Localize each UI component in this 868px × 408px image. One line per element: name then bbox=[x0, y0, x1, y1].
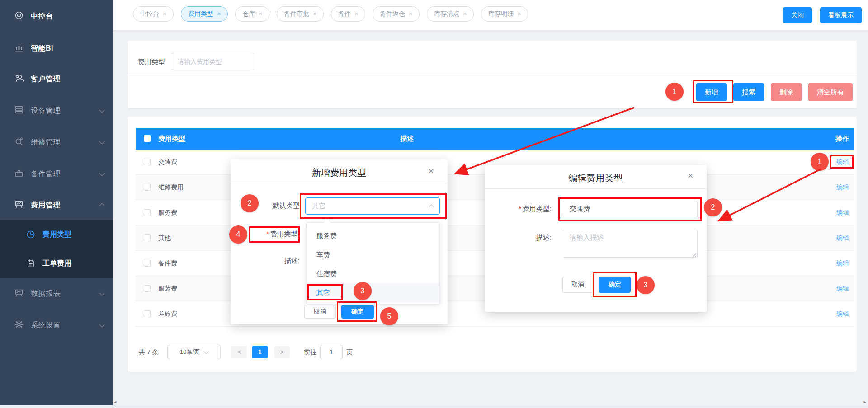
row-checkbox[interactable] bbox=[144, 234, 151, 241]
bar-chart-icon bbox=[14, 43, 24, 54]
select-value: 其它 bbox=[312, 202, 326, 211]
sidebar-item-devices[interactable]: 设备管理 bbox=[0, 99, 113, 122]
filter-divider bbox=[128, 75, 857, 75]
expense-type-filter-input[interactable] bbox=[171, 53, 254, 70]
sidebar-item-label: 费用类型 bbox=[42, 230, 71, 239]
report-board-icon bbox=[14, 288, 24, 299]
close-icon[interactable]: × bbox=[259, 11, 262, 17]
tab-label: 仓库 bbox=[242, 10, 255, 18]
tab-spare-return[interactable]: 备件返仓 × bbox=[373, 6, 420, 22]
page-size-select[interactable]: 10条/页 bbox=[167, 345, 221, 359]
sidebar-item-spares[interactable]: 备件管理 bbox=[0, 163, 113, 185]
tab-console[interactable]: 中控台 × bbox=[133, 6, 174, 22]
row-checkbox[interactable] bbox=[144, 260, 151, 267]
sidebar-item-reports[interactable]: 数据报表 bbox=[0, 282, 113, 305]
close-icon[interactable]: × bbox=[688, 171, 693, 181]
edit-link[interactable]: 编辑 bbox=[836, 234, 849, 242]
close-icon[interactable]: × bbox=[217, 11, 221, 17]
chevron-down-icon bbox=[99, 322, 105, 328]
gear-icon bbox=[14, 320, 24, 331]
option-car-fee[interactable]: 车费 bbox=[307, 245, 439, 264]
edit-link[interactable]: 编辑 bbox=[836, 285, 849, 293]
horizontal-scrollbar[interactable]: ◂ ▸ bbox=[113, 399, 868, 405]
current-page[interactable]: 1 bbox=[252, 346, 268, 358]
delete-button[interactable]: 删除 bbox=[771, 83, 802, 101]
expense-type-input[interactable] bbox=[563, 201, 698, 217]
tab-label: 备件审批 bbox=[284, 10, 309, 18]
modal-title: 新增费用类型 bbox=[231, 167, 448, 179]
users-icon bbox=[14, 74, 24, 84]
close-icon[interactable]: × bbox=[163, 11, 166, 17]
sidebar-item-label: 客户管理 bbox=[31, 75, 61, 84]
close-tabs-button[interactable]: 关闭 bbox=[783, 7, 812, 23]
expense-type-label: *费用类型: bbox=[497, 205, 552, 213]
add-button[interactable]: 新增 bbox=[696, 83, 727, 101]
default-type-label: 默认类型 bbox=[253, 202, 300, 210]
next-page-button[interactable]: > bbox=[274, 346, 290, 358]
sidebar-item-console[interactable]: 中控台 bbox=[0, 5, 113, 28]
chevron-down-icon bbox=[99, 170, 105, 176]
close-icon[interactable]: × bbox=[409, 11, 412, 17]
header-actions: 关闭 看板展示 bbox=[783, 7, 862, 23]
row-checkbox[interactable] bbox=[144, 209, 151, 216]
confirm-button[interactable]: 确定 bbox=[341, 305, 374, 319]
resize-handle-icon[interactable] bbox=[692, 251, 697, 259]
magnifier-icon bbox=[14, 137, 24, 148]
close-icon[interactable]: × bbox=[428, 166, 434, 176]
sidebar-item-workorder-expense[interactable]: 工单费用 bbox=[0, 249, 113, 278]
close-icon[interactable]: × bbox=[313, 11, 316, 17]
server-icon bbox=[14, 105, 24, 116]
confirm-button[interactable]: 确定 bbox=[599, 277, 631, 293]
cell-expense-type: 其他 bbox=[158, 234, 171, 242]
tab-spares[interactable]: 备件 × bbox=[331, 6, 365, 22]
sidebar-item-expenses[interactable]: 费用管理 bbox=[0, 194, 113, 216]
sidebar: 中控台 智能BI 客户管理 设备管理 bbox=[0, 0, 113, 405]
option-lodging-fee[interactable]: 住宿费 bbox=[307, 264, 439, 283]
row-checkbox[interactable] bbox=[144, 184, 151, 191]
cancel-button[interactable]: 取消 bbox=[304, 305, 336, 319]
desc-textarea[interactable] bbox=[563, 230, 698, 258]
edit-link[interactable]: 编辑 bbox=[836, 183, 849, 192]
edit-link[interactable]: 编辑 bbox=[836, 310, 849, 318]
tab-warehouse[interactable]: 仓库 × bbox=[235, 6, 269, 22]
kanban-display-button[interactable]: 看板展示 bbox=[820, 7, 862, 23]
top-tab-bar: 中控台 × 费用类型 × 仓库 × 备件审批 × 备件 × 备件返仓 × bbox=[113, 0, 868, 30]
clear-all-button[interactable]: 清空所有 bbox=[808, 83, 853, 101]
sidebar-item-settings[interactable]: 系统设置 bbox=[0, 314, 113, 337]
sidebar-item-label: 智能BI bbox=[31, 44, 53, 53]
edit-link[interactable]: 编辑 bbox=[836, 209, 849, 217]
row-checkbox[interactable] bbox=[144, 285, 151, 292]
sidebar-item-bi[interactable]: 智能BI bbox=[0, 37, 113, 60]
sidebar-item-customers[interactable]: 客户管理 bbox=[0, 68, 113, 90]
edit-link[interactable]: 编辑 bbox=[836, 259, 849, 267]
close-icon[interactable]: × bbox=[463, 11, 467, 17]
tab-stock-detail[interactable]: 库存明细 × bbox=[481, 6, 528, 22]
tab-stock-count[interactable]: 库存清点 × bbox=[427, 6, 474, 22]
sidebar-item-label: 设备管理 bbox=[31, 106, 61, 116]
goto-page-input[interactable] bbox=[320, 345, 343, 359]
filter-label: 费用类型 bbox=[138, 58, 165, 66]
sidebar-item-label: 维修管理 bbox=[31, 138, 61, 147]
option-other[interactable]: 其它 bbox=[307, 283, 439, 302]
row-checkbox[interactable] bbox=[144, 159, 151, 165]
scroll-left-icon[interactable]: ◂ bbox=[114, 399, 117, 405]
dashboard-icon bbox=[14, 11, 24, 22]
close-icon[interactable]: × bbox=[355, 11, 358, 17]
option-service-fee[interactable]: 服务费 bbox=[307, 226, 439, 245]
select-all-checkbox[interactable] bbox=[144, 135, 151, 142]
prev-page-button[interactable]: < bbox=[231, 346, 247, 358]
scroll-right-icon[interactable]: ▸ bbox=[863, 399, 866, 405]
tab-spare-approval[interactable]: 备件审批 × bbox=[277, 6, 324, 22]
edit-link[interactable]: 编辑 bbox=[836, 158, 849, 166]
sidebar-item-label: 工单费用 bbox=[42, 259, 71, 268]
cancel-button[interactable]: 取消 bbox=[562, 277, 593, 293]
row-checkbox[interactable] bbox=[144, 310, 151, 317]
default-type-select[interactable]: 其它 bbox=[305, 197, 440, 215]
clock-icon bbox=[26, 230, 35, 239]
search-button[interactable]: 搜索 bbox=[733, 83, 764, 101]
sidebar-item-label: 系统设置 bbox=[31, 321, 61, 330]
sidebar-item-expense-type[interactable]: 费用类型 bbox=[0, 220, 113, 249]
close-icon[interactable]: × bbox=[518, 11, 521, 17]
sidebar-item-repairs[interactable]: 维修管理 bbox=[0, 131, 113, 154]
tab-expense-type[interactable]: 费用类型 × bbox=[181, 6, 228, 22]
